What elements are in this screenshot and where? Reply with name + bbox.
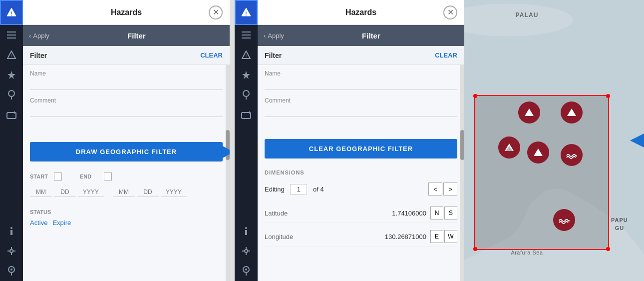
left-panel-close-button[interactable]: ✕ xyxy=(209,6,223,20)
left-scrollbar[interactable] xyxy=(226,65,230,281)
sidebar-network-icon[interactable] xyxy=(0,241,23,261)
map-corner-br xyxy=(606,247,610,251)
left-panel-top: Hazards ✕ xyxy=(23,0,230,25)
sidebar-location-icon[interactable] xyxy=(0,261,23,281)
right-lat-n-button[interactable]: N xyxy=(430,206,443,220)
svg-rect-26 xyxy=(242,38,251,38)
svg-text:!: ! xyxy=(246,54,247,58)
map-corner-tl xyxy=(473,94,477,98)
sidebar-alert-icon[interactable]: ! xyxy=(0,45,23,65)
hazard-icon-4[interactable] xyxy=(527,142,549,164)
sidebar-menu-icon[interactable] xyxy=(0,25,23,45)
left-end-dd[interactable] xyxy=(137,188,159,197)
right-longitude-row: Longitude 130.26871000 E W xyxy=(265,227,457,246)
right-back-chevron: ‹ xyxy=(264,32,266,40)
right-lon-e-button[interactable]: E xyxy=(430,230,443,243)
left-status-active[interactable]: Active xyxy=(30,219,47,226)
right-clear-button[interactable]: CLEAR xyxy=(435,52,457,59)
right-editing-num[interactable]: 1 xyxy=(290,184,307,194)
right-name-field: Name xyxy=(265,70,457,90)
right-sidebar-alert-icon[interactable]: ! xyxy=(235,45,258,65)
left-comment-field: Comment xyxy=(30,97,223,117)
right-sidebar-info-icon[interactable] xyxy=(235,221,258,241)
sidebar-pin-icon[interactable] xyxy=(0,85,23,105)
right-sidebar-menu-icon[interactable] xyxy=(235,25,258,45)
left-back-button[interactable]: ‹ Apply xyxy=(29,32,49,40)
left-date-row: START END xyxy=(30,172,223,180)
right-name-input[interactable] xyxy=(265,78,457,90)
left-panel-header: ‹ Apply Filter xyxy=(23,25,230,46)
left-comment-input[interactable] xyxy=(30,105,223,117)
left-date-inputs xyxy=(30,188,223,197)
left-draw-geo-button[interactable]: DRAW GEOGRAPHIC FILTER xyxy=(30,142,223,162)
right-comment-label: Comment xyxy=(265,97,457,104)
right-scrollbar[interactable] xyxy=(460,65,464,281)
left-end-yyyy[interactable] xyxy=(161,188,187,197)
right-back-label: Apply xyxy=(268,32,284,40)
right-scrollbar-thumb[interactable] xyxy=(460,130,464,160)
left-status-label: STATUS xyxy=(30,209,223,215)
sidebar-camera-icon[interactable] xyxy=(0,105,23,125)
left-panel: Hazards ✕ ‹ Apply Filter Filter CLEAR Na… xyxy=(23,0,230,281)
right-filter-nav-label: Filter xyxy=(284,32,458,40)
right-lon-w-button[interactable]: W xyxy=(444,230,457,243)
left-start-yyyy[interactable] xyxy=(78,188,104,197)
right-sidebar-network-icon[interactable] xyxy=(235,241,258,261)
svg-point-34 xyxy=(245,227,247,229)
right-back-button[interactable]: ‹ Apply xyxy=(264,32,284,40)
svg-text:Arafura Sea: Arafura Sea xyxy=(511,250,543,256)
left-back-label: Apply xyxy=(33,32,49,40)
right-sidebar-location-icon[interactable] xyxy=(235,261,258,281)
hazard-icon-5[interactable] xyxy=(561,144,583,166)
svg-rect-3 xyxy=(7,34,16,36)
left-start-dd[interactable] xyxy=(54,188,76,197)
map-selection-box xyxy=(474,95,609,250)
svg-marker-51 xyxy=(525,108,534,116)
right-sidebar-camera-icon[interactable] xyxy=(235,105,258,125)
hazard-icon-2[interactable] xyxy=(561,102,583,124)
left-filter-title: Filter xyxy=(30,52,200,60)
app-logo[interactable]: ! xyxy=(0,0,23,25)
left-status-row: Active Expire xyxy=(30,219,223,226)
left-start-checkbox[interactable] xyxy=(54,172,62,180)
left-filter-bar: Filter CLEAR xyxy=(23,46,230,65)
right-latitude-label: Latitude xyxy=(265,210,305,217)
right-comment-input[interactable] xyxy=(265,105,457,117)
right-map-arrow xyxy=(630,134,644,148)
svg-point-42 xyxy=(245,268,247,270)
svg-text:!: ! xyxy=(245,11,247,16)
left-end-checkbox[interactable] xyxy=(104,172,112,180)
left-clear-button[interactable]: CLEAR xyxy=(200,52,223,59)
left-panel-title: Hazards xyxy=(94,8,159,17)
map-area[interactable]: PALAU PAPU GU Arafura Sea xyxy=(464,0,644,281)
right-panel-title: Hazards xyxy=(329,8,393,17)
left-status-expire[interactable]: Expire xyxy=(52,219,71,226)
right-nav-next-button[interactable]: > xyxy=(443,182,457,196)
svg-text:!: ! xyxy=(10,11,12,16)
right-panel-close-button[interactable]: ✕ xyxy=(443,6,457,20)
right-nav-prev-button[interactable]: < xyxy=(428,182,442,196)
right-clear-geo-button[interactable]: CLEAR GEOGRAPHIC FILTER xyxy=(265,139,457,158)
hazard-icon-1[interactable] xyxy=(518,102,540,124)
hazard-icon-3[interactable] xyxy=(498,136,520,158)
left-name-input[interactable] xyxy=(30,78,223,90)
right-lat-s-button[interactable]: S xyxy=(444,206,457,220)
svg-text:PALAU: PALAU xyxy=(516,12,539,18)
left-start-mm[interactable] xyxy=(30,188,52,197)
svg-marker-33 xyxy=(248,111,250,114)
hazard-icon-6[interactable] xyxy=(553,209,575,231)
svg-rect-25 xyxy=(242,34,251,36)
right-sidebar-pin-icon[interactable] xyxy=(235,85,258,105)
sidebar-star-icon[interactable] xyxy=(0,65,23,85)
right-name-label: Name xyxy=(265,70,457,77)
right-comment-field: Comment xyxy=(265,97,457,117)
left-end-mm[interactable] xyxy=(113,188,135,197)
left-filter-nav-label: Filter xyxy=(49,32,224,40)
sidebar-info-icon[interactable] xyxy=(0,221,23,241)
svg-rect-24 xyxy=(242,32,251,32)
svg-point-12 xyxy=(10,227,12,229)
right-app-logo[interactable]: ! xyxy=(235,0,258,25)
svg-text:GU: GU xyxy=(615,225,625,231)
left-name-field: Name xyxy=(30,70,223,90)
right-sidebar-star-icon[interactable] xyxy=(235,65,258,85)
